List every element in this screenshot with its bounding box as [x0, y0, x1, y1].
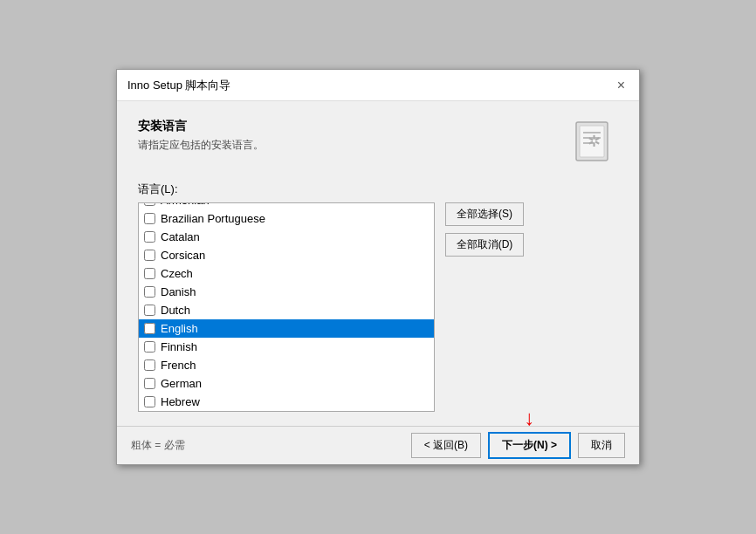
- list-item[interactable]: Dutch: [139, 301, 434, 319]
- dialog-title: Inno Setup 脚本向导: [127, 78, 231, 93]
- side-buttons: 全部选择(S) 全部取消(D): [445, 202, 524, 257]
- list-item[interactable]: German: [139, 374, 434, 393]
- title-bar: Inno Setup 脚本向导 ×: [117, 70, 639, 101]
- language-checkbox[interactable]: [144, 378, 155, 389]
- language-checkbox[interactable]: [144, 305, 155, 316]
- dialog-window: Inno Setup 脚本向导 × 安装语言 请指定应包括的安装语言。 ✲: [116, 69, 640, 465]
- language-label: 语言(L):: [138, 181, 618, 197]
- language-list[interactable]: 简体中文ArmenianBrazilian PortugueseCatalanC…: [138, 202, 435, 412]
- language-name: Armenian: [161, 203, 210, 207]
- list-item[interactable]: Catalan: [139, 228, 434, 246]
- header-section: 安装语言 请指定应包括的安装语言。 ✲: [138, 119, 618, 168]
- language-name: Dutch: [161, 304, 190, 317]
- language-checkbox[interactable]: [144, 268, 155, 279]
- language-name: Corsican: [161, 249, 205, 262]
- close-button[interactable]: ×: [614, 79, 629, 92]
- legend-text: 粗体 = 必需: [131, 438, 185, 453]
- language-name: English: [161, 322, 198, 335]
- subheading: 请指定应包括的安装语言。: [138, 138, 264, 153]
- list-item[interactable]: Danish: [139, 283, 434, 301]
- list-container: 简体中文ArmenianBrazilian PortugueseCatalanC…: [138, 202, 618, 412]
- list-item[interactable]: Czech: [139, 264, 434, 283]
- list-item[interactable]: Armenian: [139, 203, 434, 209]
- next-button-wrapper: ↓ 下一步(N) >: [488, 432, 571, 459]
- content-area: 安装语言 请指定应包括的安装语言。 ✲ 语言(L):: [117, 101, 639, 426]
- language-checkbox[interactable]: [144, 359, 155, 371]
- deselect-all-button[interactable]: 全部取消(D): [445, 233, 524, 257]
- svg-text:✲: ✲: [588, 133, 601, 150]
- language-checkbox[interactable]: [144, 286, 155, 298]
- list-item[interactable]: English: [139, 319, 434, 338]
- language-name: Brazilian Portuguese: [161, 212, 265, 225]
- left-section: 安装语言 请指定应包括的安装语言。 ✲ 语言(L):: [138, 119, 618, 412]
- language-name: Danish: [161, 285, 196, 298]
- list-item[interactable]: Finnish: [139, 338, 434, 356]
- language-name: Catalan: [161, 230, 200, 243]
- select-all-button[interactable]: 全部选择(S): [445, 202, 524, 226]
- language-checkbox[interactable]: [144, 341, 155, 353]
- footer-bar: 粗体 = 必需 < 返回(B) ↓ 下一步(N) > 取消: [117, 426, 639, 464]
- list-item[interactable]: Hebrew: [139, 393, 434, 411]
- language-checkbox[interactable]: [144, 203, 155, 206]
- language-name: Finnish: [161, 340, 197, 353]
- language-checkbox[interactable]: [144, 250, 155, 261]
- language-name: German: [161, 377, 202, 390]
- language-checkbox[interactable]: [144, 323, 155, 334]
- language-name: Czech: [161, 267, 193, 280]
- language-name: French: [161, 359, 196, 372]
- cancel-button[interactable]: 取消: [578, 433, 625, 458]
- wizard-icon: ✲: [569, 119, 618, 168]
- list-item[interactable]: Corsican: [139, 246, 434, 264]
- language-checkbox[interactable]: [144, 396, 155, 407]
- red-arrow-icon: ↓: [525, 407, 535, 428]
- footer-buttons: < 返回(B) ↓ 下一步(N) > 取消: [411, 432, 625, 459]
- next-button[interactable]: 下一步(N) >: [488, 432, 571, 459]
- header-text: 安装语言 请指定应包括的安装语言。: [138, 119, 264, 153]
- language-checkbox[interactable]: [144, 213, 155, 224]
- language-checkbox[interactable]: [144, 231, 155, 243]
- back-button[interactable]: < 返回(B): [411, 433, 481, 458]
- list-item[interactable]: French: [139, 356, 434, 374]
- list-item[interactable]: Brazilian Portuguese: [139, 209, 434, 228]
- language-name: Hebrew: [161, 395, 200, 408]
- list-scroll[interactable]: 简体中文ArmenianBrazilian PortugueseCatalanC…: [139, 203, 434, 411]
- heading: 安装语言: [138, 119, 264, 134]
